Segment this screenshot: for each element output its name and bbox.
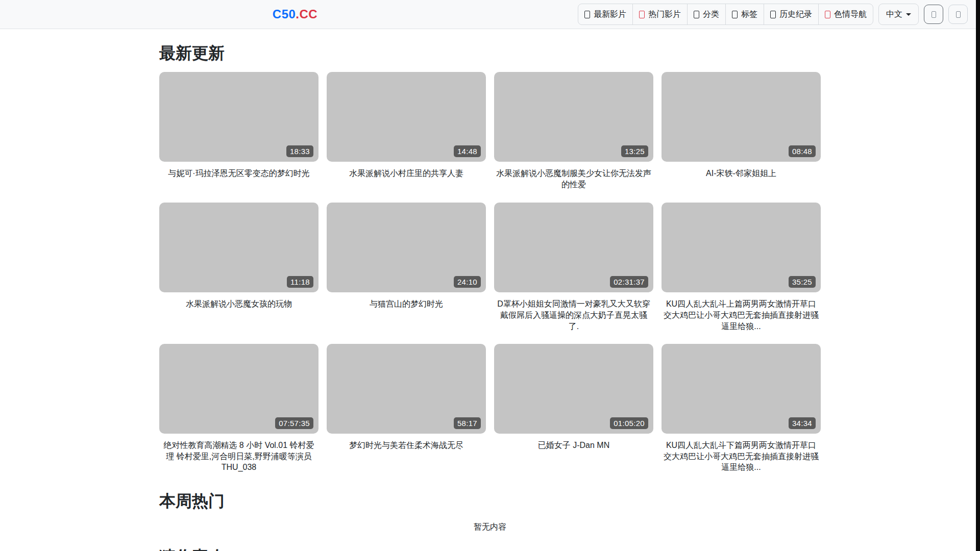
video-card[interactable]: 02:31:37 D罩杯小姐姐女同激情一对豪乳又大又软穿戴假屌后入骚逼操的深点大… xyxy=(494,203,653,332)
video-thumbnail[interactable]: 18:33 xyxy=(159,72,318,162)
duration-badge: 14:48 xyxy=(454,145,481,157)
navbar-menu-label: 热门影片 xyxy=(648,8,681,20)
video-title[interactable]: KU四人乱大乱斗上篇两男两女激情开草口交大鸡巴让小哥大鸡巴无套抽插直接射进骚逼里… xyxy=(662,298,821,332)
video-title[interactable]: 水果派解说小恶魔制服美少女让你无法发声的性爱 xyxy=(494,168,653,190)
navbar-menu-button[interactable]: 热门影片 xyxy=(632,4,688,25)
language-dropdown[interactable]: 中文 xyxy=(878,4,919,25)
video-card[interactable]: 14:48 水果派解说小村庄里的共享人妻 xyxy=(327,72,486,190)
video-card[interactable]: 07:57:35 绝对性教育高潮精选 8 小时 Vol.01 铃村爱理 铃村爱里… xyxy=(159,344,318,473)
duration-badge: 13:25 xyxy=(621,145,648,157)
video-thumbnail[interactable]: 24:10 xyxy=(327,203,486,292)
navbar-menu-label: 分类 xyxy=(703,8,719,20)
video-title[interactable]: 梦幻时光与美若住柔术海战无尽 xyxy=(327,440,486,462)
video-thumbnail[interactable]: 34:34 xyxy=(662,344,821,434)
video-card[interactable]: 11:18 水果派解说小恶魔女孩的玩物 xyxy=(159,203,318,332)
tofu-box-icon xyxy=(956,11,961,18)
video-card[interactable]: 24:10 与猫宫山的梦幻时光 xyxy=(327,203,486,332)
section-heading-guess: 猜你喜欢 xyxy=(159,547,821,551)
video-card[interactable]: 35:25 KU四人乱大乱斗上篇两男两女激情开草口交大鸡巴让小哥大鸡巴无套抽插直… xyxy=(662,203,821,332)
video-thumbnail[interactable]: 58:17 xyxy=(327,344,486,434)
latest-videos-grid: 18:33 与妮可·玛拉泽恩无区零变态的梦幻时光 14:48 水果派解说小村庄里… xyxy=(159,72,821,473)
site-logo-primary: C50 xyxy=(273,7,296,21)
site-logo-secondary: .CC xyxy=(296,7,317,21)
video-title[interactable]: 与妮可·玛拉泽恩无区零变态的梦幻时光 xyxy=(159,168,318,190)
navbar-menu-button[interactable]: 标签 xyxy=(725,4,764,25)
video-thumbnail[interactable]: 02:31:37 xyxy=(494,203,653,292)
video-card[interactable]: 18:33 与妮可·玛拉泽恩无区零变态的梦幻时光 xyxy=(159,72,318,190)
navbar-menu-label: 色情导航 xyxy=(834,8,867,20)
duration-badge: 02:31:37 xyxy=(610,276,648,288)
video-thumbnail[interactable]: 01:05:20 xyxy=(494,344,653,434)
navbar-menu-button[interactable]: 历史纪录 xyxy=(764,4,819,25)
video-card[interactable]: 01:05:20 已婚女子 J-Dan MN xyxy=(494,344,653,473)
tofu-box-icon xyxy=(694,11,699,18)
duration-badge: 08:48 xyxy=(789,145,816,157)
navbar-menu: 最新影片 热门影片 分类 标签 xyxy=(578,4,873,25)
duration-badge: 35:25 xyxy=(789,276,816,288)
site-logo[interactable]: C50.CC xyxy=(273,7,317,21)
duration-badge: 24:10 xyxy=(454,276,481,288)
navbar-icon-button-2[interactable] xyxy=(948,5,968,24)
navbar-controls: 最新影片 热门影片 分类 标签 xyxy=(578,4,968,25)
navbar-menu-label: 最新影片 xyxy=(594,8,626,20)
duration-badge: 34:34 xyxy=(789,417,816,429)
video-thumbnail[interactable]: 07:57:35 xyxy=(159,344,318,434)
video-card[interactable]: 08:48 AI-宋轶-邻家姐姐上 xyxy=(662,72,821,190)
duration-badge: 11:18 xyxy=(287,276,313,288)
section-heading-weekly: 本周热门 xyxy=(159,491,821,511)
video-title[interactable]: 与猫宫山的梦幻时光 xyxy=(327,298,486,321)
video-card[interactable]: 13:25 水果派解说小恶魔制服美少女让你无法发声的性爱 xyxy=(494,72,653,190)
tofu-box-icon xyxy=(825,11,830,18)
video-title[interactable]: 已婚女子 J-Dan MN xyxy=(494,440,653,462)
video-thumbnail[interactable]: 11:18 xyxy=(159,203,318,292)
video-thumbnail[interactable]: 13:25 xyxy=(494,72,653,162)
tofu-box-icon xyxy=(639,11,645,18)
language-dropdown-label: 中文 xyxy=(886,8,902,20)
tofu-box-icon xyxy=(770,11,776,18)
video-title[interactable]: 水果派解说小恶魔女孩的玩物 xyxy=(159,298,318,321)
navbar-menu-button[interactable]: 最新影片 xyxy=(578,4,633,25)
video-thumbnail[interactable]: 14:48 xyxy=(327,72,486,162)
video-title[interactable]: AI-宋轶-邻家姐姐上 xyxy=(662,168,821,190)
video-title[interactable]: KU四人乱大乱斗下篇两男两女激情开草口交大鸡巴让小哥大鸡巴无套抽插直接射进骚逼里… xyxy=(662,440,821,473)
video-thumbnail[interactable]: 35:25 xyxy=(662,203,821,292)
chevron-down-icon xyxy=(906,13,911,16)
tofu-box-icon xyxy=(732,11,738,18)
navbar-menu-button[interactable]: 色情导航 xyxy=(818,4,873,25)
tofu-box-icon xyxy=(584,11,590,18)
weekly-empty-text: 暂无内容 xyxy=(159,522,821,533)
duration-badge: 01:05:20 xyxy=(610,417,648,429)
duration-badge: 18:33 xyxy=(286,145,313,157)
navbar-menu-label: 标签 xyxy=(741,8,757,20)
duration-badge: 58:17 xyxy=(454,417,481,429)
video-title[interactable]: D罩杯小姐姐女同激情一对豪乳又大又软穿戴假屌后入骚逼操的深点大奶子直晃太骚了. xyxy=(494,298,653,332)
page-scrollbar[interactable] xyxy=(976,0,980,551)
navbar-icon-button-1[interactable] xyxy=(924,5,943,24)
duration-badge: 07:57:35 xyxy=(275,417,313,429)
section-heading-latest: 最新更新 xyxy=(159,43,821,63)
navbar: C50.CC 最新影片 热门影片 分类 xyxy=(0,0,980,29)
tofu-box-icon xyxy=(932,11,936,18)
video-card[interactable]: 58:17 梦幻时光与美若住柔术海战无尽 xyxy=(327,344,486,473)
navbar-menu-button[interactable]: 分类 xyxy=(687,4,726,25)
video-title[interactable]: 绝对性教育高潮精选 8 小时 Vol.01 铃村爱理 铃村爱里,河合明日菜,野野… xyxy=(159,440,318,473)
main-content: 最新更新 18:33 与妮可·玛拉泽恩无区零变态的梦幻时光 14:48 水果派解… xyxy=(159,29,821,551)
navbar-menu-label: 历史纪录 xyxy=(779,8,812,20)
video-card[interactable]: 34:34 KU四人乱大乱斗下篇两男两女激情开草口交大鸡巴让小哥大鸡巴无套抽插直… xyxy=(662,344,821,473)
video-title[interactable]: 水果派解说小村庄里的共享人妻 xyxy=(327,168,486,190)
video-thumbnail[interactable]: 08:48 xyxy=(662,72,821,162)
